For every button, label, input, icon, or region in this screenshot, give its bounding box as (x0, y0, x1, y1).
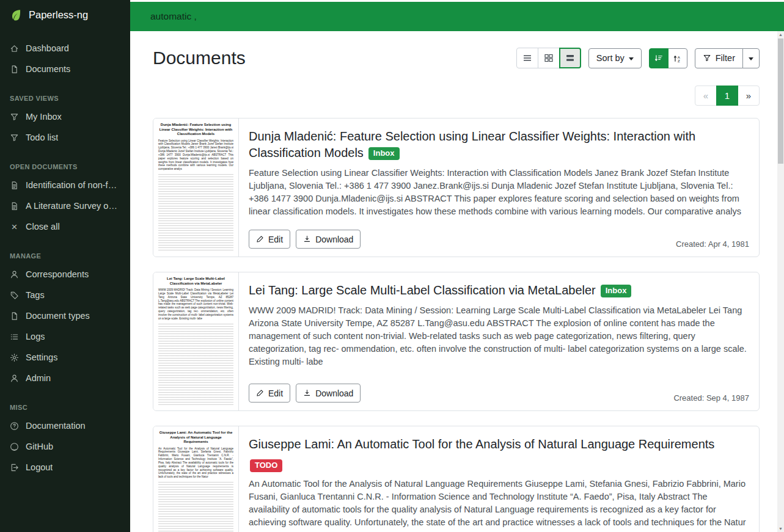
sidebar-item-label: Admin (26, 373, 51, 383)
github-icon (10, 442, 19, 451)
caret-down-icon (749, 57, 753, 60)
edit-button[interactable]: Edit (249, 384, 290, 403)
download-button[interactable]: Download (296, 384, 361, 403)
document-title-link[interactable]: Lei Tang: Large Scale Multi-Label Classi… (249, 283, 596, 297)
funnel-icon (10, 112, 19, 122)
list-controls: Sort by AZ Filter (516, 48, 760, 68)
created-date: Created: Sep 4, 1987 (673, 393, 749, 403)
document-thumbnail[interactable]: Dunja Mladenić: Feature Selection using … (153, 118, 239, 257)
thumbnail-body-text: WWW 2009 MADRID! Track: Data Mining / Se… (158, 288, 233, 321)
sidebar-open-document-1[interactable]: Identification of non-fu… (0, 175, 130, 195)
tag-badge[interactable]: TODO (250, 459, 282, 472)
main-area: Documents Sort by (130, 0, 784, 532)
paperless-leaf-logo (10, 9, 23, 21)
saved-views-section-title: SAVED VIEWS (0, 79, 130, 106)
question-circle-icon (10, 421, 19, 431)
document-title-link[interactable]: Giuseppe Lami: An Automatic Tool for the… (249, 437, 714, 451)
vertical-scrollbar-track: ▲ ▼ (777, 31, 784, 532)
document-thumbnail[interactable]: Lei Tang: Large Scale Multi-Label Classi… (153, 272, 239, 410)
top-search-bar (130, 0, 784, 31)
thumbnail-title-text: Lei Tang: Large Scale Multi-Label Classi… (158, 277, 233, 286)
app-brand-label: Paperless-ng (29, 9, 88, 21)
document-excerpt: An Automatic Tool for the Analysis of Na… (249, 478, 749, 529)
app-brand[interactable]: Paperless-ng (0, 0, 130, 29)
view-list-button[interactable] (516, 48, 538, 68)
filter-dropdown-toggle[interactable] (742, 48, 760, 68)
scrollbar-thumb[interactable] (778, 38, 783, 164)
close-icon: × (10, 224, 19, 230)
sidebar-item-label: Tags (26, 290, 45, 300)
misc-section-title: MISC (0, 388, 130, 415)
edit-button[interactable]: Edit (249, 230, 290, 249)
tag-badge[interactable]: Inbox (601, 285, 632, 297)
sidebar-item-settings[interactable]: Settings (0, 347, 130, 368)
sidebar-item-label: Close all (26, 222, 60, 231)
details-view-icon (565, 53, 575, 63)
funnel-icon (703, 54, 711, 62)
sort-alpha-ascending-button[interactable]: AZ (668, 48, 687, 68)
download-icon (303, 235, 311, 243)
sort-by-dropdown[interactable]: Sort by (588, 48, 642, 68)
pagination-next-button[interactable]: » (738, 86, 760, 106)
view-toggle-group (516, 48, 581, 68)
sidebar-item-label: Document types (26, 311, 90, 321)
sidebar-item-label: A Literature Survey on … (26, 201, 120, 211)
pagination-page-1-button[interactable]: 1 (716, 86, 738, 106)
download-button[interactable]: Download (296, 230, 361, 249)
pencil-icon (256, 235, 264, 243)
search-input[interactable] (130, 11, 588, 22)
documents-page: Documents Sort by (130, 31, 784, 532)
thumbnail-body-text: Feature Selection using Linear Classifie… (158, 139, 233, 172)
person-badge-icon (10, 374, 19, 383)
download-label: Download (315, 388, 353, 398)
sort-direction-group: AZ (649, 48, 687, 68)
filter-button[interactable]: Filter (695, 48, 743, 68)
sidebar-item-close-all[interactable]: × Close all (0, 216, 130, 237)
sidebar-item-correspondents[interactable]: Correspondents (0, 264, 130, 285)
gear-icon (10, 353, 19, 362)
view-grid-button[interactable] (538, 48, 560, 68)
sidebar-nav: Dashboard Documents SAVED VIEWS My Inbox… (0, 29, 130, 478)
tag-badge[interactable]: Inbox (368, 147, 400, 160)
thumbnail-body-text: An Automatic Tool for the Analysis of Na… (158, 447, 233, 479)
logout-icon (10, 463, 19, 472)
sidebar-item-logs[interactable]: Logs (0, 326, 130, 347)
file-earmark-icon (10, 312, 19, 321)
document-excerpt: WWW 2009 MADRID! Track: Data Mining / Se… (249, 304, 749, 368)
pencil-icon (256, 389, 264, 397)
document-card: Giuseppe Lami: An Automatic Tool for the… (153, 426, 760, 532)
sidebar-item-documentation[interactable]: Documentation (0, 415, 130, 436)
list-icon (10, 332, 19, 341)
pagination-previous-button[interactable]: « (695, 86, 717, 106)
sidebar-item-label: Correspondents (26, 269, 89, 279)
sidebar-item-label: Logs (26, 332, 45, 341)
filter-split-button: Filter (695, 48, 760, 68)
sidebar-item-todo-list[interactable]: Todo list (0, 127, 130, 148)
sidebar: Paperless-ng Dashboard Documents SAVED V… (0, 0, 130, 532)
created-date: Created: Apr 4, 1981 (676, 239, 749, 249)
sidebar-item-dashboard[interactable]: Dashboard (0, 38, 130, 59)
sidebar-item-label: Documents (26, 64, 70, 74)
scroll-up-arrow[interactable]: ▲ (777, 31, 784, 38)
sidebar-item-document-types[interactable]: Document types (0, 305, 130, 326)
edit-label: Edit (268, 235, 283, 244)
scroll-down-arrow[interactable]: ▼ (777, 525, 784, 532)
sidebar-item-admin[interactable]: Admin (0, 368, 130, 388)
tag-icon (10, 291, 19, 300)
file-text-icon (10, 181, 19, 190)
sidebar-item-tags[interactable]: Tags (0, 285, 130, 305)
sidebar-item-logout[interactable]: Logout (0, 457, 130, 478)
sidebar-open-document-2[interactable]: A Literature Survey on … (0, 195, 130, 216)
sidebar-item-label: My Inbox (26, 112, 62, 122)
open-documents-section-title: OPEN DOCUMENTS (0, 148, 130, 175)
document-title-link[interactable]: Dunja Mladenić: Feature Selection using … (249, 129, 695, 159)
document-thumbnail[interactable]: Giuseppe Lami: An Automatic Tool for the… (153, 426, 239, 532)
sidebar-item-github[interactable]: GitHub (0, 436, 130, 457)
sidebar-item-documents[interactable]: Documents (0, 59, 130, 79)
sidebar-item-my-inbox[interactable]: My Inbox (0, 106, 130, 127)
sidebar-item-label: GitHub (26, 442, 53, 451)
view-details-button[interactable] (559, 48, 581, 68)
svg-text:Z: Z (678, 58, 680, 62)
download-label: Download (315, 235, 353, 244)
sort-descending-button[interactable] (649, 48, 669, 68)
